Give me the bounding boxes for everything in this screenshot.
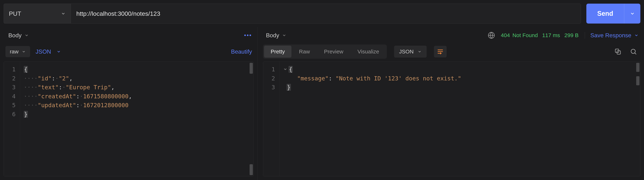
save-response-button[interactable]: Save Response <box>585 32 638 39</box>
response-tab-row: Body 404 Not Found 117 ms 299 B Save Res… <box>258 27 644 43</box>
search-icon <box>630 48 637 55</box>
copy-button[interactable] <box>613 46 623 57</box>
chevron-down-icon <box>61 11 66 16</box>
chevron-down-icon <box>282 33 286 37</box>
response-format-select[interactable]: JSON <box>394 46 427 58</box>
scrollbar-thumb[interactable] <box>636 76 640 85</box>
save-response-label: Save Response <box>590 32 631 39</box>
tab-body[interactable]: Body <box>266 32 286 39</box>
chevron-down-icon <box>418 50 422 54</box>
body-format-select[interactable]: JSON <box>36 48 61 55</box>
response-time: 117 ms <box>542 32 560 38</box>
send-dropdown[interactable] <box>624 4 640 23</box>
body-format-value: JSON <box>36 48 51 55</box>
response-code: { "message": "Note with ID '123' does no… <box>280 62 640 176</box>
request-tab-row: Body ••• <box>0 27 258 43</box>
request-subrow: raw JSON Beautify <box>0 43 258 62</box>
url-input[interactable] <box>71 4 581 23</box>
chevron-down-icon <box>630 11 635 16</box>
request-bar: PUT Send <box>0 0 644 27</box>
wrap-icon <box>437 48 444 55</box>
svg-line-7 <box>635 53 636 54</box>
response-size: 299 B <box>564 32 578 38</box>
scrollbar-thumb[interactable] <box>636 63 640 72</box>
response-subrow: Pretty Raw Preview Visualize JSON <box>258 43 644 62</box>
request-body-editor[interactable]: 123456 { ····"id":·"2", ····"text":·"Eur… <box>4 62 254 176</box>
tab-body-label: Body <box>266 32 279 39</box>
svg-point-6 <box>631 49 635 53</box>
response-status: 404 Not Found <box>501 32 538 38</box>
response-gutter: 123 <box>263 62 280 176</box>
status-code: 404 <box>501 32 510 38</box>
chevron-down-icon <box>634 33 638 37</box>
tab-body[interactable]: Body <box>8 32 29 39</box>
copy-icon <box>614 48 621 55</box>
tab-body-label: Body <box>8 32 22 39</box>
tab-pretty[interactable]: Pretty <box>264 46 291 58</box>
request-gutter: 123456 <box>4 62 20 176</box>
more-options-icon[interactable]: ••• <box>244 32 252 38</box>
body-type-select[interactable]: raw <box>6 46 30 57</box>
send-button-group: Send <box>586 4 640 23</box>
http-method-select[interactable]: PUT <box>4 4 71 23</box>
wrap-lines-button[interactable] <box>434 46 446 57</box>
body-type-value: raw <box>10 48 18 55</box>
chevron-down-icon <box>56 49 61 54</box>
response-format-value: JSON <box>399 48 414 55</box>
beautify-button[interactable]: Beautify <box>231 48 252 55</box>
search-button[interactable] <box>628 46 638 57</box>
chevron-down-icon <box>24 33 29 37</box>
response-panel: Body 404 Not Found 117 ms 299 B Save Res… <box>258 27 644 180</box>
response-body-viewer[interactable]: 123 { "message": "Note with ID '123' doe… <box>263 62 640 176</box>
fold-toggle[interactable] <box>283 67 288 71</box>
request-panel: Body ••• raw JSON Beautify 123456 { ····… <box>0 27 258 180</box>
send-button[interactable]: Send <box>586 4 624 23</box>
chevron-down-icon <box>22 50 26 54</box>
globe-icon[interactable] <box>486 30 496 40</box>
scrollbar-thumb[interactable] <box>250 63 253 74</box>
tab-raw[interactable]: Raw <box>292 46 316 58</box>
tab-preview[interactable]: Preview <box>318 46 350 58</box>
scrollbar-thumb[interactable] <box>250 164 253 175</box>
status-text: Not Found <box>512 32 538 38</box>
response-view-tabs: Pretty Raw Preview Visualize <box>263 44 387 59</box>
tab-visualize[interactable]: Visualize <box>351 46 386 58</box>
request-code[interactable]: { ····"id":·"2", ····"text":·"Europe Tri… <box>20 62 254 176</box>
http-method-value: PUT <box>9 10 21 17</box>
